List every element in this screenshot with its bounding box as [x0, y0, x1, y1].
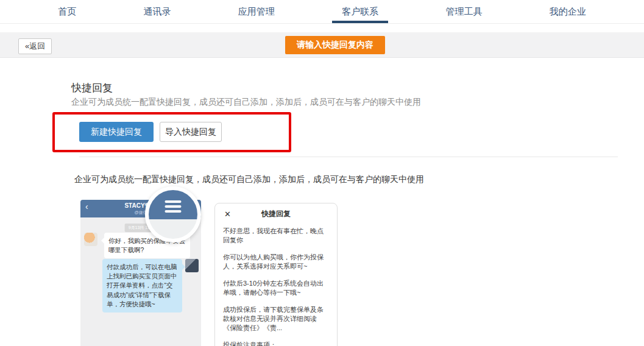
description-text-2: 企业可为成员统一配置快捷回复，成员还可自己添加，添加后，成员可在与客户的聊天中使…: [74, 174, 424, 185]
toolbar: «返回 请输入快捷回复内容: [0, 32, 644, 58]
section-divider: [79, 157, 618, 157]
magnifier-highlight-circle: [145, 186, 201, 242]
description-text: 企业可为成员统一配置快捷回复，成员还可自己添加，添加后，成员可在与客户的聊天中使…: [71, 97, 421, 108]
customer-avatar: [84, 233, 97, 246]
agent-avatar: [185, 259, 199, 272]
nav-tab-4[interactable]: 客户联系: [333, 0, 387, 23]
chat-preview-image: ‹ STACY青青 @微信 9月13日 11:5 你好，我购买的保险单要去哪里下…: [80, 200, 201, 346]
nav-tab-label: 首页: [58, 6, 76, 18]
nav-active-underline: [332, 21, 388, 23]
quick-reply-item-3: 付款后3-10分钟左右系统会自动出单哦，请耐心等待一下哦~: [223, 279, 329, 297]
nav-tab-label: 通讯录: [143, 6, 171, 18]
nav-tab-2[interactable]: 通讯录: [135, 0, 179, 23]
nav-tab-label: 我的企业: [550, 6, 586, 18]
quick-reply-input-button[interactable]: 请输入快捷回复内容: [285, 36, 385, 54]
quick-reply-item-1: 不好意思，我现在有事在忙，晚点回复你: [223, 227, 329, 245]
close-icon: ✕: [224, 210, 231, 219]
hamburger-menu-icon: [165, 200, 182, 213]
nav-tab-label: 管理工具: [445, 6, 482, 18]
create-quick-reply-button[interactable]: 新建快捷回复: [79, 122, 154, 142]
page: 首页 通讯录 应用管理 客户联系 管理工具 我的企业 «返回 请输入快捷回复内容…: [0, 0, 644, 346]
nav-tab-label: 应用管理: [238, 6, 275, 18]
back-button[interactable]: «返回: [18, 38, 52, 54]
nav-tab-6[interactable]: 我的企业: [541, 0, 595, 23]
chat-back-icon: ‹: [85, 202, 88, 211]
nav-tab-1[interactable]: 首页: [49, 0, 85, 23]
quick-reply-item-2: 你可以为他人购买哦，你作为投保人，关系选择对应关系即可~: [223, 253, 329, 271]
top-nav: 首页 通讯录 应用管理 客户联系 管理工具 我的企业: [0, 0, 644, 24]
quick-reply-panel-title: 快捷回复: [223, 210, 329, 219]
quick-reply-panel-header: ✕ 快捷回复: [223, 210, 329, 219]
nav-tab-5[interactable]: 管理工具: [437, 0, 490, 23]
content-area: 快捷回复 企业可为成员统一配置快捷回复，成员还可自己添加，添加后，成员可在与客户…: [7, 58, 637, 346]
outgoing-message-row: 付款成功后，可以在电脑上找到已购买宝贝页面中打开保单资料，点击“交易成功”或“详…: [102, 259, 199, 312]
quick-reply-item-5: 投保前注意事项： 1、 需要被保险人在中国境内（不含港澳台...: [223, 341, 329, 346]
quick-reply-item-4: 成功投保后，请下载完整保单及条款核对信息无误并再次详细阅读《保险责任》《责...: [223, 305, 329, 333]
import-quick-reply-button[interactable]: 导入快捷回复: [160, 122, 222, 142]
outgoing-message-bubble: 付款成功后，可以在电脑上找到已购买宝贝页面中打开保单资料，点击“交易成功”或“详…: [102, 259, 182, 312]
nav-tab-3[interactable]: 应用管理: [230, 0, 283, 23]
quick-reply-list: 不好意思，我现在有事在忙，晚点回复你你可以为他人购买哦，你作为投保人，关系选择对…: [223, 227, 329, 346]
quick-reply-panel: ✕ 快捷回复 不好意思，我现在有事在忙，晚点回复你你可以为他人购买哦，你作为投保…: [214, 203, 338, 346]
nav-tab-label: 客户联系: [342, 6, 378, 18]
page-title: 快捷回复: [71, 81, 113, 95]
